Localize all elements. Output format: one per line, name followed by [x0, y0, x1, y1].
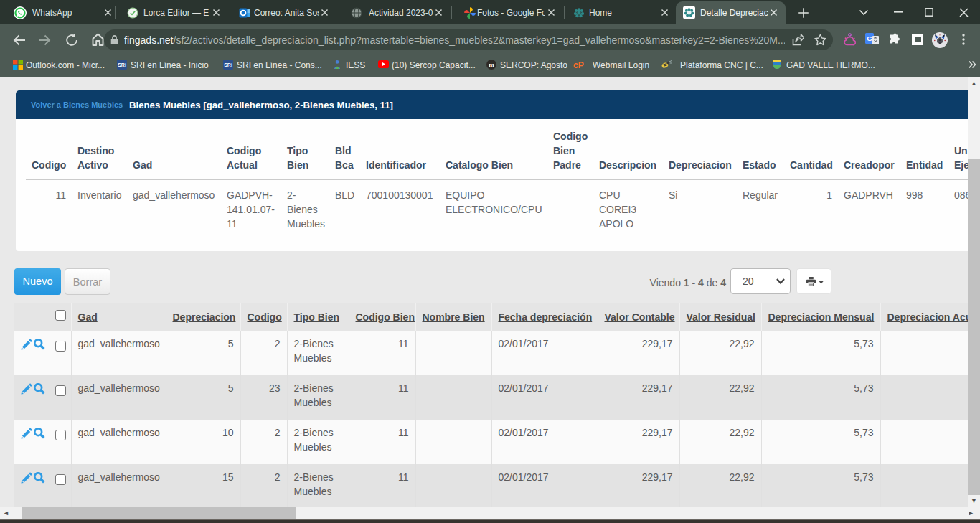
- svg-text:m: m: [489, 61, 494, 68]
- svg-text:SRi: SRi: [118, 62, 126, 67]
- svg-text:SRi: SRi: [224, 62, 232, 67]
- svg-text:G: G: [867, 34, 872, 42]
- svg-text:cP: cP: [573, 60, 584, 70]
